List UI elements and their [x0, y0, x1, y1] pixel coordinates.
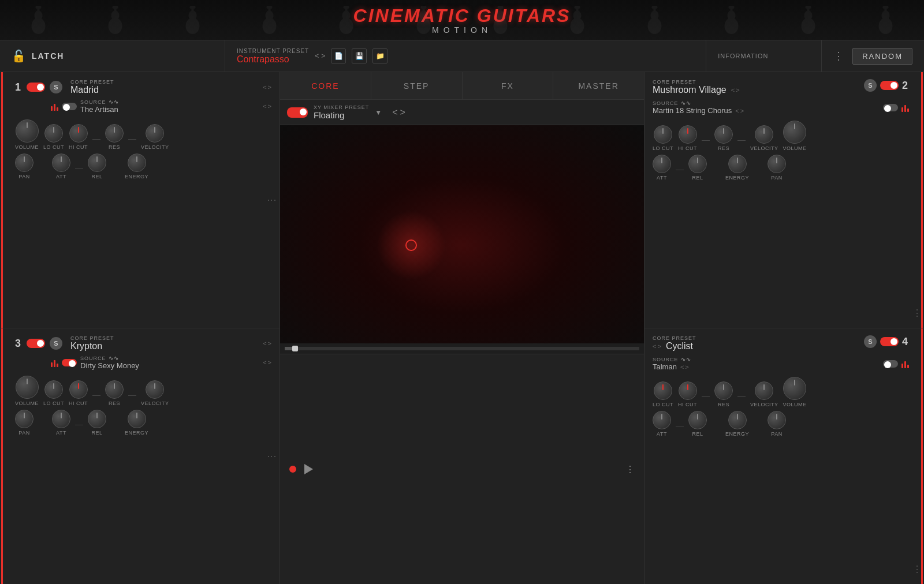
slot2-volume-knob[interactable]: VOLUME [783, 121, 807, 151]
slot4-s-badge[interactable]: S [864, 335, 877, 348]
slot3-att-knob[interactable] [52, 410, 70, 428]
slot2-hicut-group[interactable]: HI CUT [678, 125, 697, 151]
slot1-toggle[interactable] [27, 83, 45, 92]
record-button[interactable] [289, 466, 296, 473]
progress-handle[interactable] [292, 346, 298, 351]
slot1-rel-knob[interactable] [88, 154, 106, 172]
slot4-velocity-knob[interactable] [755, 381, 773, 400]
slot4-volume-knob[interactable]: VOLUME [783, 377, 807, 407]
play-button[interactable] [304, 464, 313, 474]
slot1-energy-group[interactable]: ENERGY [125, 154, 148, 179]
slot4-energy-knob[interactable] [728, 411, 747, 429]
menu-dots[interactable]: ⋮ [833, 50, 844, 62]
slot2-toggle[interactable] [880, 81, 899, 90]
slot1-pan-group[interactable]: PAN [15, 154, 33, 179]
slot3-locut-knob[interactable] [44, 380, 63, 399]
progress-bar[interactable] [285, 347, 639, 350]
slot1-volume-knob[interactable]: VOLUME [15, 119, 39, 150]
slot3-velocity-group[interactable]: VELOCITY [141, 380, 169, 406]
xy-canvas[interactable] [280, 125, 644, 343]
slot4-res-knob[interactable] [714, 381, 733, 400]
slot4-res-group[interactable]: RES [714, 381, 733, 407]
slot1-next[interactable]: > [268, 84, 271, 91]
slot2-pan-knob[interactable] [767, 155, 786, 173]
slot1-prev[interactable]: < [263, 84, 266, 91]
slot3-locut-group[interactable]: LO CUT [43, 380, 64, 406]
slot2-arrows[interactable]: < > [731, 87, 740, 93]
slot4-source-toggle[interactable] [883, 360, 898, 368]
slot4-pan-knob[interactable] [767, 411, 786, 429]
slot1-source-arrows[interactable]: < > [263, 103, 271, 110]
slot2-att-knob[interactable] [653, 155, 671, 173]
xy-preset-name[interactable]: Floating [314, 110, 369, 120]
transport-menu[interactable]: ⋮ [625, 464, 635, 475]
slot3-res-knob[interactable] [105, 380, 124, 399]
slot1-source-toggle[interactable] [62, 103, 77, 110]
slot4-preset-name[interactable]: Cyclist [666, 341, 693, 351]
slot2-rel-group[interactable]: REL [688, 155, 707, 181]
slot4-rel-group[interactable]: REL [688, 411, 707, 437]
slot1-velocity-knob[interactable] [146, 124, 164, 143]
slot2-res-group[interactable]: RES [714, 125, 733, 151]
slot1-preset-name[interactable]: Madrid [70, 85, 114, 95]
slot3-pan-knob[interactable] [15, 410, 33, 428]
slot4-att-knob[interactable] [653, 411, 671, 429]
slot3-s-badge[interactable]: S [50, 337, 62, 350]
slot4-source-arrows[interactable]: < > [680, 364, 689, 370]
save-icon[interactable]: 💾 [352, 48, 367, 63]
slot1-pan-knob[interactable] [15, 154, 33, 172]
folder-icon[interactable]: 📁 [372, 48, 388, 63]
tab-core[interactable]: CORE [280, 72, 371, 99]
slot3-velocity-knob[interactable] [146, 380, 164, 399]
slot3-volume-knob-ctrl[interactable] [16, 376, 39, 399]
slot4-volume-knob-ctrl[interactable] [783, 377, 806, 400]
xy-dropdown[interactable]: ▼ [375, 108, 382, 117]
slot2-volume-knob-ctrl[interactable] [783, 121, 806, 144]
slot2-dots[interactable]: ⋮ [912, 308, 922, 319]
instrument-nav-arrows[interactable]: < > [315, 52, 325, 60]
new-icon[interactable]: 📄 [331, 48, 346, 63]
slot3-pan-group[interactable]: PAN [15, 410, 33, 436]
slot4-dots[interactable]: ⋮ [912, 564, 922, 575]
slot1-hicut-group[interactable]: HI CUT [69, 124, 88, 150]
slot1-source-name[interactable]: The Artisan [80, 105, 119, 114]
slot2-velocity-knob[interactable] [755, 125, 773, 144]
slot1-dots[interactable]: ⋮ [266, 196, 277, 205]
slot3-dots[interactable]: ⋮ [266, 452, 277, 461]
slot3-hicut-knob[interactable] [69, 380, 88, 399]
slot2-preset-name[interactable]: Mushroom Village [653, 85, 726, 95]
slot1-preset-arrows[interactable]: < > [263, 84, 271, 91]
slot4-locut-knob[interactable] [654, 381, 672, 400]
slot1-res-group[interactable]: RES [105, 124, 124, 150]
slot2-velocity-group[interactable]: VELOCITY [750, 125, 778, 151]
slot2-source-name[interactable]: Martin 18 String Chorus [653, 106, 732, 115]
instrument-name[interactable]: Contrapasso [237, 54, 289, 64]
slot4-att-group[interactable]: ATT [653, 411, 671, 437]
slot2-energy-knob[interactable] [728, 155, 747, 173]
prev-arrow[interactable]: < [315, 52, 319, 60]
slot1-volume-knob-ctrl[interactable] [16, 119, 39, 143]
slot2-res-knob[interactable] [714, 125, 733, 144]
xy-dot[interactable] [405, 239, 417, 251]
slot3-energy-group[interactable]: ENERGY [125, 410, 148, 436]
slot3-preset-arrows[interactable]: < > [263, 340, 271, 347]
slot4-toggle[interactable] [880, 337, 899, 346]
random-button[interactable]: RANDOM [852, 48, 912, 65]
slot3-energy-knob[interactable] [128, 410, 146, 428]
slot1-att-group[interactable]: ATT [52, 154, 70, 179]
slot4-pan-group[interactable]: PAN [767, 411, 786, 437]
next-arrow[interactable]: > [321, 52, 325, 60]
slot2-source-toggle[interactable] [883, 104, 898, 111]
slot3-source-name[interactable]: Dirty Sexy Money [80, 361, 139, 370]
slot3-att-group[interactable]: ATT [52, 410, 70, 436]
slot2-locut-knob[interactable] [654, 125, 672, 144]
slot3-rel-knob[interactable] [88, 410, 106, 428]
latch-label[interactable]: LATCH [32, 51, 64, 61]
slot1-s-badge[interactable]: S [50, 81, 62, 93]
slot4-hicut-knob[interactable] [679, 381, 697, 400]
slot2-source-arrows[interactable]: < > [735, 107, 744, 114]
slot3-res-group[interactable]: RES [105, 380, 124, 406]
tab-master[interactable]: MASTER [553, 72, 644, 99]
slot1-locut-group[interactable]: LO CUT [43, 124, 64, 150]
slot2-hicut-knob[interactable] [679, 125, 697, 144]
